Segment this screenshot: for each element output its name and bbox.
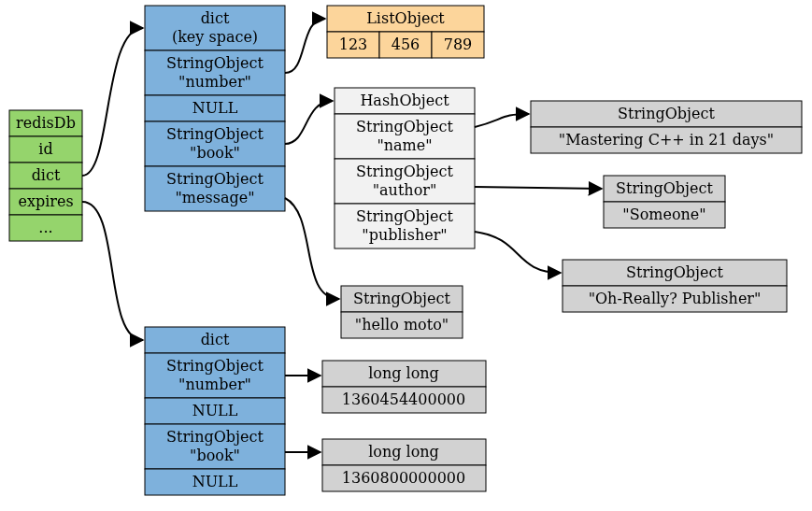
redisdb-id: id (38, 140, 52, 158)
book-pub-type: StringObject (626, 263, 723, 281)
hash-r1-l1: StringObject (356, 163, 453, 180)
ks-r3-l2: "message" (175, 189, 254, 206)
exp-r0-l1: StringObject (166, 357, 264, 375)
exp-r2-l2: "book" (190, 447, 240, 464)
listobject-node: ListObject 123 456 789 (327, 6, 484, 58)
hash-r2-l2: "publisher" (362, 226, 447, 244)
longlong2-node: long long 1360800000000 (322, 439, 486, 491)
hashobject-node: HashObject StringObject "name" StringObj… (335, 88, 475, 248)
keyspace-dict-node: dict (key space) StringObject "number" N… (145, 6, 285, 211)
redisdb-title: redisDb (16, 114, 76, 132)
ks-r0-l1: StringObject (166, 54, 264, 72)
ks-r0-l2: "number" (178, 73, 251, 91)
redisdb-node: redisDb id dict expires ... (9, 110, 82, 241)
hash-r2-l1: StringObject (356, 207, 453, 225)
diagram-root: redisDb id dict expires ... dict (key sp… (0, 0, 812, 511)
list-item-0: 123 (339, 35, 368, 53)
book-name-val: "Mastering C++ in 21 days" (559, 131, 774, 149)
exp-r3: NULL (192, 473, 238, 490)
message-type: StringObject (353, 290, 450, 307)
redisdb-expires: expires (18, 192, 73, 210)
ks-r2-l2: "book" (190, 144, 240, 162)
book-author-type: StringObject (616, 179, 713, 197)
ks-r2-l1: StringObject (166, 125, 264, 143)
ll1-val: 1360454400000 (342, 390, 465, 408)
expires-dict-node: dict StringObject "number" NULL StringOb… (145, 327, 285, 495)
redisdb-more: ... (38, 219, 52, 236)
exp-r0-l2: "number" (178, 376, 251, 393)
book-pub-val: "Oh-Really? Publisher" (589, 290, 762, 307)
keyspace-title2: (key space) (172, 28, 258, 46)
hash-r1-l2: "author" (373, 181, 437, 199)
ks-r3-l1: StringObject (166, 170, 264, 188)
redisdb-dict: dict (32, 166, 61, 184)
book-publisher-node: StringObject "Oh-Really? Publisher" (563, 260, 787, 312)
ks-r1: NULL (192, 99, 238, 117)
hash-r0-l2: "name" (377, 136, 432, 154)
hash-r0-l1: StringObject (356, 118, 453, 135)
book-name-node: StringObject "Mastering C++ in 21 days" (531, 101, 802, 153)
exp-r1: NULL (192, 402, 238, 419)
exp-r2-l1: StringObject (166, 428, 264, 446)
ll2-val: 1360800000000 (342, 469, 465, 487)
book-name-type: StringObject (618, 105, 715, 122)
book-author-node: StringObject "Someone" (604, 176, 725, 228)
list-item-2: 789 (444, 35, 473, 53)
longlong1-node: long long 1360454400000 (322, 361, 486, 413)
message-node: StringObject "hello moto" (341, 286, 463, 338)
listobject-title: ListObject (366, 9, 445, 27)
ll1-type: long long (368, 364, 439, 382)
keyspace-title1: dict (201, 9, 230, 27)
hash-title: HashObject (360, 92, 449, 109)
ll2-type: long long (368, 443, 439, 461)
list-item-1: 456 (392, 35, 420, 53)
book-author-val: "Someone" (622, 206, 705, 223)
exp-title: dict (201, 331, 230, 348)
message-val: "hello moto" (355, 316, 449, 334)
